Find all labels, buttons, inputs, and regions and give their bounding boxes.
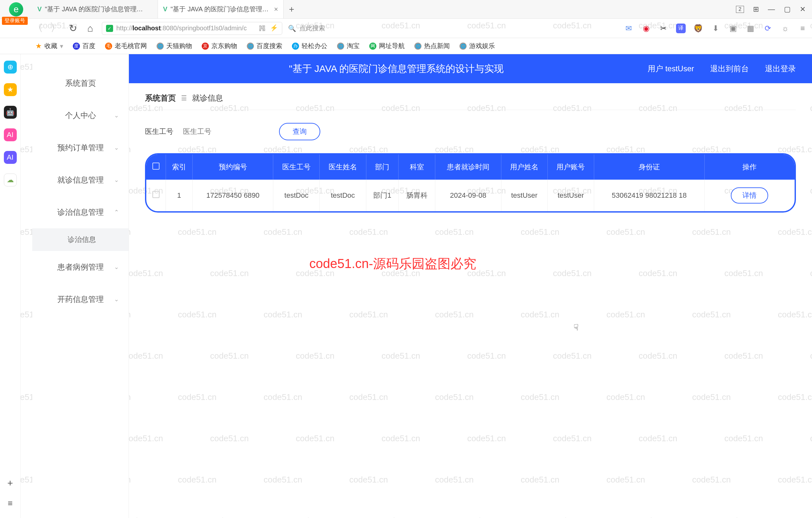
browser-logo-icon[interactable]: e: [9, 2, 23, 17]
rail-list-icon[interactable]: ≡: [8, 498, 12, 508]
pip-icon[interactable]: ▣: [728, 24, 738, 33]
cell-index: 1: [166, 180, 193, 211]
url-text: http://localhost:8080/springbootf1ls0/ad…: [116, 25, 247, 32]
rail-icon-5[interactable]: AI: [4, 151, 17, 164]
cell-docname: testDoc: [320, 180, 366, 211]
globe-icon: 🌐: [460, 43, 467, 50]
rail-icon-3[interactable]: 🤖: [4, 106, 17, 119]
bookmark-laomaotao[interactable]: 毛老毛桃官网: [105, 42, 147, 50]
select-all-checkbox[interactable]: [152, 163, 160, 170]
table-row: 1 172578450 6890 testDoc testDoc 部门1 肠胃科…: [146, 180, 794, 211]
browser-tab-0[interactable]: V "基于 JAVA 的医院门诊信息管理…: [32, 0, 158, 18]
table-header: 索引 预约编号 医生工号 医生姓名 部门 科室 患者就诊时间 用户姓名 用户账号…: [146, 155, 794, 180]
tab-strip: V "基于 JAVA 的医院门诊信息管理… V "基于 JAVA 的医院门诊信息…: [32, 0, 300, 18]
cell-time: 2024-09-08: [435, 180, 501, 211]
bookmark-games[interactable]: 🌐游戏娱乐: [460, 42, 495, 50]
header-back[interactable]: 退出到前台: [710, 63, 749, 74]
url-badge-icon[interactable]: 嘂: [259, 24, 265, 33]
tab-label: "基于 JAVA 的医院门诊信息管理…: [170, 5, 271, 13]
minimize-icon[interactable]: —: [768, 5, 775, 13]
tab-count-badge[interactable]: 2: [736, 6, 744, 13]
sidebar-item-treatment[interactable]: 诊治信息管理⌃: [32, 196, 128, 228]
weibo-icon[interactable]: ◉: [641, 24, 651, 33]
search-icon: 🔍: [288, 25, 296, 32]
app-rail: ⊕ ★ 🤖 AI AI ☁ + ≡: [0, 54, 21, 518]
rail-icon-2[interactable]: ★: [4, 83, 17, 96]
browser-logo-area: e: [0, 2, 32, 17]
bookmark-tmall[interactable]: 🌐天猫购物: [156, 42, 192, 50]
cell-order: 172578450 6890: [193, 180, 273, 211]
menu-icon[interactable]: ⊞: [753, 5, 759, 13]
url-input[interactable]: ✓ http://localhost:8080/springbootf1ls0/…: [102, 22, 282, 35]
search-placeholder: 点此搜索: [299, 24, 325, 33]
bookmark-office[interactable]: 办轻松办公: [292, 42, 327, 50]
refresh-icon[interactable]: ⟳: [763, 24, 773, 33]
globe-icon: 🌐: [156, 43, 164, 50]
close-icon[interactable]: ×: [274, 5, 278, 13]
bookmark-baidu[interactable]: 度百度: [73, 42, 95, 50]
query-button[interactable]: 查询: [279, 123, 320, 140]
main-area: "基于 JAVA 的医院门诊信息管理系统的设计与实现 用户 testUser 退…: [129, 54, 812, 518]
new-tab-button[interactable]: +: [284, 0, 300, 18]
app-region: 系统首页 个人中心⌄ 预约订单管理⌄ 就诊信息管理⌄ 诊治信息管理⌃ 诊治信息 …: [32, 54, 812, 518]
favorites-button[interactable]: ★收藏▾: [35, 42, 63, 50]
sidebar-item-prescription[interactable]: 开药信息管理⌄: [32, 283, 128, 316]
th-action: 操作: [704, 155, 794, 180]
flash-icon[interactable]: ⚡: [270, 24, 278, 33]
bookmark-news[interactable]: 🌐热点新闻: [414, 42, 450, 50]
doctor-id-input[interactable]: [181, 126, 245, 138]
mail-icon[interactable]: ✉: [624, 24, 634, 33]
th-docname: 医生姓名: [320, 155, 366, 180]
home-icon[interactable]: ⌂: [84, 23, 96, 34]
settings-icon[interactable]: ☼: [780, 24, 790, 33]
download-icon[interactable]: ⬇: [711, 24, 721, 33]
sidebar-item-home[interactable]: 系统首页: [32, 67, 128, 99]
rail-icon-1[interactable]: ⊕: [4, 61, 17, 74]
header-logout[interactable]: 退出登录: [765, 63, 796, 74]
bookmark-baidusearch[interactable]: 🌐百度搜索: [247, 42, 282, 50]
list-icon: ☰: [181, 94, 187, 102]
menu-bars-icon[interactable]: ≡: [798, 24, 808, 33]
rail-icon-6[interactable]: ☁: [4, 173, 17, 186]
header-actions: 用户 testUser 退出到前台 退出登录: [648, 63, 796, 74]
lion-icon[interactable]: 🦁: [693, 24, 703, 33]
nav-back-icon[interactable]: 〈: [32, 22, 44, 35]
bookmark-taobao[interactable]: 🌐淘宝: [337, 42, 359, 50]
omnibox-search[interactable]: 🔍 点此搜索: [288, 24, 337, 33]
close-icon[interactable]: ✕: [800, 5, 806, 13]
th-docid: 医生工号: [273, 155, 320, 180]
sidebar-item-orders[interactable]: 预约订单管理⌄: [32, 132, 128, 164]
reload-icon[interactable]: ↻: [67, 23, 79, 34]
sidebar-subitem-treatment-info[interactable]: 诊治信息: [32, 228, 128, 251]
detail-button[interactable]: 详情: [731, 187, 768, 203]
th-order: 预约编号: [193, 155, 273, 180]
app-header: "基于 JAVA 的医院门诊信息管理系统的设计与实现 用户 testUser 退…: [129, 54, 812, 83]
search-row: 医生工号 查询: [145, 123, 796, 140]
translate-icon[interactable]: 译: [676, 24, 686, 33]
baidu-icon: 度: [73, 43, 80, 50]
chevron-down-icon: ⌄: [114, 144, 119, 151]
star-icon: ★: [35, 42, 42, 50]
globe-icon: 🌐: [414, 43, 422, 50]
bookmark-nav[interactable]: 网网址导航: [369, 42, 405, 50]
cell-uacct: testUser: [547, 180, 594, 211]
vue-icon: V: [163, 5, 167, 13]
maximize-icon[interactable]: ▢: [784, 5, 791, 13]
globe-icon: 🌐: [337, 43, 344, 50]
nav-forward-icon[interactable]: 〉: [50, 22, 61, 35]
rail-icon-4[interactable]: AI: [4, 128, 17, 141]
shield-icon: ✓: [106, 25, 113, 32]
grid-icon[interactable]: ▦: [746, 24, 755, 33]
rail-add-icon[interactable]: +: [7, 478, 13, 489]
sidebar-item-visits[interactable]: 就诊信息管理⌄: [32, 164, 128, 196]
scissors-icon[interactable]: ✂: [659, 24, 668, 33]
breadcrumb-home[interactable]: 系统首页: [145, 93, 176, 103]
browser-tab-1[interactable]: V "基于 JAVA 的医院门诊信息管理… ×: [158, 0, 284, 18]
row-checkbox[interactable]: [152, 191, 160, 198]
sidebar-item-cases[interactable]: 患者病例管理⌄: [32, 251, 128, 283]
header-user[interactable]: 用户 testUser: [648, 63, 694, 74]
sidebar-item-profile[interactable]: 个人中心⌄: [32, 99, 128, 132]
tab-label: "基于 JAVA 的医院门诊信息管理…: [45, 5, 152, 13]
bookmark-jd[interactable]: 京京东购物: [202, 42, 237, 50]
lmt-icon: 毛: [105, 43, 112, 50]
